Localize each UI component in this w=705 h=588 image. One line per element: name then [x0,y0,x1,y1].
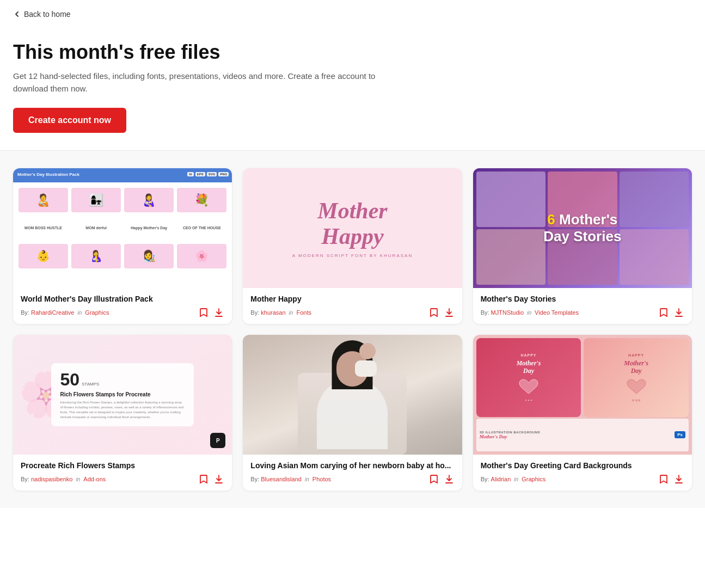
card-title-6: Mother's Day Greeting Card Backgrounds [481,461,684,470]
stamp-count: 50 [60,370,79,390]
font-display: Mother Happy [317,198,387,248]
stories-preview: 6 Mother'sDay Stories [473,168,692,288]
files-grid-section: Mother's Day Illustration Pack AI EPS SV… [0,151,705,508]
card-thumbnail-6: HAPPY Mother'sDay ✦ ✦ ✦ HAPPY Mother'sDa… [473,335,692,455]
download-button-2[interactable] [444,307,455,318]
files-grid: Mother's Day Illustration Pack AI EPS SV… [13,168,692,491]
stories-label: 6 Mother'sDay Stories [543,211,621,245]
top-navigation: Back to home [0,0,705,30]
bookmark-icon [659,308,668,317]
card-info-2: Mother Happy By: khurasan in Fonts [243,288,462,324]
chevron-left-icon [13,10,21,18]
card-title-3: Mother's Day Stories [481,295,684,303]
download-button-4[interactable] [213,473,224,485]
card-meta-2: By: khurasan in Fonts [250,307,454,318]
table-row: Loving Asian Mom carying of her newborn … [243,335,462,491]
card-title-5: Loving Asian Mom carying of her newborn … [250,461,454,470]
table-row: Mother's Day Illustration Pack AI EPS SV… [13,168,232,324]
card-actions-6 [658,473,684,485]
download-icon [214,308,223,317]
card-actions-2 [428,307,455,318]
card-thumbnail-1: Mother's Day Illustration Pack AI EPS SV… [13,168,232,288]
category-name-4: Add-ons [83,476,106,482]
procreate-preview: 🌸 50 STAMPS Rich Flowers Stamps for Proc… [13,335,232,455]
procreate-info-card: 50 STAMPS Rich Flowers Stamps for Procre… [51,363,194,426]
bookmark-icon [430,474,438,484]
download-icon [675,474,683,484]
category-name-2: Fonts [296,309,311,316]
author-name-5: Bluesandisland [261,476,302,482]
author-name-3: MJTNStudio [491,309,524,316]
hero-section: This month's free files Get 12 hand-sele… [0,30,705,151]
download-icon [675,308,683,317]
download-icon [214,474,223,484]
procreate-card-desc: Introducing the Rich Flower Stamps, a de… [60,400,185,420]
back-link-label: Back to home [24,10,71,19]
card-author-3: By: MJTNStudio in Video Templates [481,309,579,316]
card-author-5: By: Bluesandisland in Photos [250,476,331,482]
greeting-card-preview-2: HAPPY Mother'sDay ✿ ✿ ✿ [584,338,689,417]
table-row: 6 Mother'sDay Stories Mother's Day Stori… [473,168,692,324]
back-to-home-link[interactable]: Back to home [13,10,71,19]
category-name-6: Graphics [522,476,545,482]
download-button-3[interactable] [673,307,684,318]
font-preview: Mother Happy A MODERN SCRIPT FONT BY KHU… [243,168,462,288]
bookmark-button-5[interactable] [428,473,439,485]
category-name-5: Photos [312,476,331,482]
photo-art [298,335,407,455]
bookmark-button-1[interactable] [198,307,209,318]
category-name-3: Video Templates [535,309,579,316]
card-actions-5 [428,473,455,485]
card-title-2: Mother Happy [250,295,454,303]
font-subtitle: A MODERN SCRIPT FONT BY KHURASAN [292,253,413,258]
table-row: HAPPY Mother'sDay ✦ ✦ ✦ HAPPY Mother'sDa… [473,335,692,491]
greeting-card-preview-1: HAPPY Mother'sDay ✦ ✦ ✦ [476,338,581,417]
card-thumbnail-2: Mother Happy A MODERN SCRIPT FONT BY KHU… [243,168,462,288]
author-name-6: Alidrian [491,476,511,482]
card-info-3: Mother's Day Stories By: MJTNStudio in V… [473,288,692,324]
bookmark-button-2[interactable] [428,307,439,318]
procreate-card-title: Rich Flowers Stamps for Procreate [60,391,185,398]
procreate-logo: P [210,433,225,448]
greeting-card-labels: 3D ILLUSTRATION BACKGROUND Mother's Day … [476,419,689,451]
create-account-button[interactable]: Create account now [13,108,126,133]
card-thumbnail-4: 🌸 50 STAMPS Rich Flowers Stamps for Proc… [13,335,232,455]
font-line1: Mother [317,198,387,223]
hero-description: Get 12 hand-selected files, including fo… [13,70,394,95]
card-info-6: Mother's Day Greeting Card Backgrounds B… [473,455,692,491]
bookmark-icon [659,474,668,484]
bookmark-icon [199,308,208,317]
category-name-1: Graphics [85,309,109,316]
card-thumbnail-5 [243,335,462,455]
card-info-5: Loving Asian Mom carying of her newborn … [243,455,462,491]
bookmark-button-3[interactable] [658,307,669,318]
page-title: This month's free files [13,41,692,64]
card-meta-4: By: nadispasibenko in Add-ons [21,473,224,485]
font-line2: Happy [321,224,383,249]
card-meta-5: By: Bluesandisland in Photos [250,473,454,485]
card-info-1: World Mother's Day Illustration Pack By:… [13,288,232,324]
table-row: 🌸 50 STAMPS Rich Flowers Stamps for Proc… [13,335,232,491]
card-thumbnail-3: 6 Mother'sDay Stories [473,168,692,288]
format-badges: AI EPS SVG PNG [187,172,229,176]
card-author-4: By: nadispasibenko in Add-ons [21,476,106,482]
card-author-2: By: khurasan in Fonts [250,309,311,316]
author-name-4: nadispasibenko [31,476,72,482]
author-name-1: RahardiCreative [31,309,74,316]
card-actions-1 [198,307,224,318]
bookmark-button-6[interactable] [658,473,669,485]
illustration-badge: Mother's Day Illustration Pack [17,172,79,177]
card-title-4: Procreate Rich Flowers Stamps [21,461,224,470]
card-meta-1: By: RahardiCreative in Graphics [21,307,224,318]
author-name-2: khurasan [261,309,285,316]
download-icon [445,474,453,484]
card-info-4: Procreate Rich Flowers Stamps By: nadisp… [13,455,232,491]
download-button-6[interactable] [673,473,684,485]
card-title-1: World Mother's Day Illustration Pack [21,295,224,303]
download-button-5[interactable] [444,473,455,485]
stamp-unit: STAMPS [82,382,99,387]
download-button-1[interactable] [213,307,224,318]
baby-figure [355,343,379,373]
bookmark-button-4[interactable] [198,473,209,485]
bookmark-icon [199,474,208,484]
